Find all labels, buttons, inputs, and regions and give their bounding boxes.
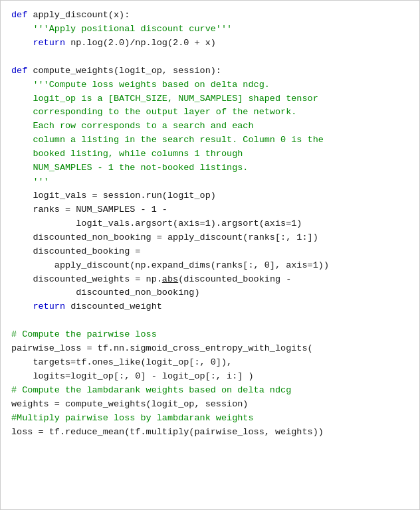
code-editor: def apply_discount(x): '''Apply position…	[0, 0, 420, 510]
code-content: def apply_discount(x): '''Apply position…	[11, 9, 409, 440]
